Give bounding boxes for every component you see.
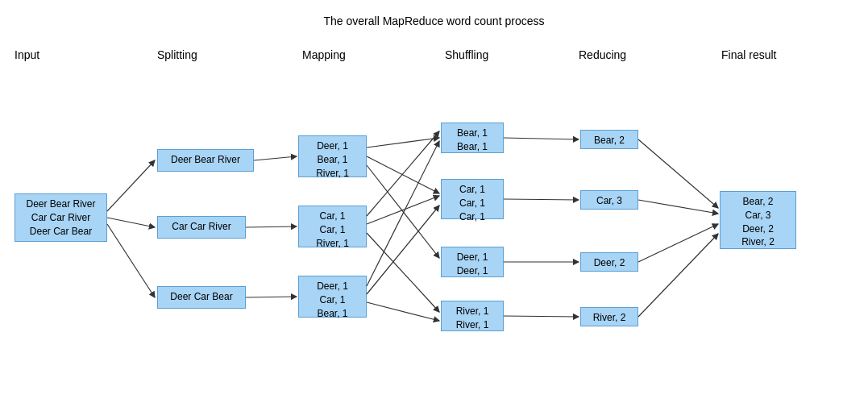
diagram-title: The overall MapReduce word count process [0,15,868,27]
col-label-shuffling: Shuffling [445,48,488,61]
svg-line-9 [367,131,439,216]
box-shuf2: Car, 1Car, 1Car, 1 [441,179,504,219]
svg-line-13 [367,206,439,294]
box-red2: Car, 3 [580,190,638,210]
svg-line-20 [638,200,718,214]
col-label-mapping: Mapping [302,48,346,61]
box-input: Deer Bear RiverCar Car RiverDeer Car Bea… [15,193,107,242]
col-label-final: Final result [721,48,776,61]
box-red3: Deer, 2 [580,252,638,272]
svg-line-0 [107,160,155,211]
svg-line-10 [367,196,439,224]
box-shuf4: River, 1River, 1 [441,301,504,331]
svg-line-21 [638,224,718,262]
svg-line-4 [246,226,297,227]
col-label-input: Input [15,48,39,61]
svg-line-5 [246,297,297,297]
svg-line-3 [254,156,297,160]
col-label-splitting: Splitting [157,48,197,61]
box-map1: Deer, 1Bear, 1River, 1 [298,135,367,177]
svg-line-12 [367,141,439,286]
svg-line-15 [504,138,579,139]
box-map3: Deer, 1Car, 1Bear, 1 [298,276,367,318]
diagram-container: The overall MapReduce word count process… [0,0,868,403]
svg-line-2 [107,224,155,297]
box-red4: River, 2 [580,307,638,326]
svg-line-19 [638,139,718,208]
svg-line-14 [367,302,439,321]
box-shuf1: Bear, 1Bear, 1 [441,123,504,153]
svg-line-8 [367,165,439,258]
svg-line-11 [367,233,439,312]
svg-line-18 [504,316,579,317]
svg-line-7 [367,156,439,193]
box-split1: Deer Bear River [157,149,254,172]
col-label-reducing: Reducing [579,48,626,61]
svg-line-16 [504,199,579,200]
box-final: Bear, 2Car, 3Deer, 2River, 2 [720,191,796,249]
box-map2: Car, 1Car, 1River, 1 [298,206,367,247]
box-shuf3: Deer, 1Deer, 1 [441,247,504,277]
box-red1: Bear, 2 [580,130,638,149]
box-split2: Car Car River [157,216,246,239]
svg-line-6 [367,138,439,147]
svg-line-22 [638,234,718,317]
svg-line-1 [107,218,155,227]
box-split3: Deer Car Bear [157,286,246,309]
